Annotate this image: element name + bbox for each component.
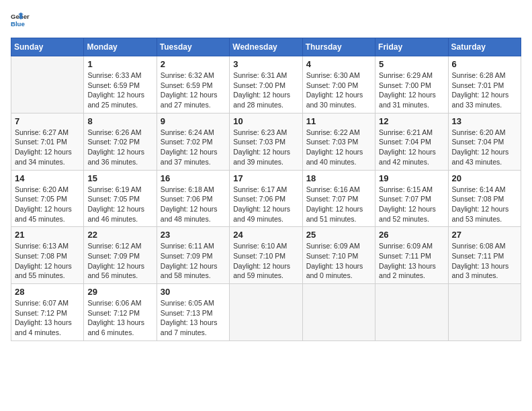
day-number: 25 (306, 230, 371, 240)
day-number: 20 (452, 173, 517, 183)
calendar-cell: 1Sunrise: 6:33 AM Sunset: 6:59 PM Daylig… (84, 56, 157, 113)
day-number: 7 (15, 116, 80, 126)
calendar-cell: 30Sunrise: 6:05 AM Sunset: 7:13 PM Dayli… (157, 284, 229, 341)
weekday-header-saturday: Saturday (448, 38, 521, 56)
day-info: Sunrise: 6:12 AM Sunset: 7:09 PM Dayligh… (87, 241, 152, 281)
calendar-cell: 7Sunrise: 6:27 AM Sunset: 7:01 PM Daylig… (11, 113, 84, 170)
day-number: 16 (161, 173, 226, 183)
day-info: Sunrise: 6:19 AM Sunset: 7:05 PM Dayligh… (87, 185, 152, 224)
day-info: Sunrise: 6:20 AM Sunset: 7:05 PM Dayligh… (15, 185, 80, 224)
day-number: 11 (306, 116, 371, 126)
day-number: 30 (161, 287, 226, 297)
day-info: Sunrise: 6:13 AM Sunset: 7:08 PM Dayligh… (15, 241, 80, 281)
calendar-cell (302, 284, 375, 341)
day-info: Sunrise: 6:32 AM Sunset: 6:59 PM Dayligh… (161, 71, 226, 110)
calendar-week-row: 1Sunrise: 6:33 AM Sunset: 6:59 PM Daylig… (11, 56, 521, 113)
day-info: Sunrise: 6:09 AM Sunset: 7:11 PM Dayligh… (379, 241, 444, 281)
calendar-cell: 19Sunrise: 6:15 AM Sunset: 7:07 PM Dayli… (375, 170, 448, 227)
day-number: 29 (87, 287, 152, 297)
day-info: Sunrise: 6:14 AM Sunset: 7:08 PM Dayligh… (452, 185, 517, 224)
day-info: Sunrise: 6:05 AM Sunset: 7:13 PM Dayligh… (161, 298, 226, 338)
day-info: Sunrise: 6:23 AM Sunset: 7:03 PM Dayligh… (233, 128, 298, 167)
day-number: 6 (452, 59, 517, 69)
calendar-cell: 9Sunrise: 6:24 AM Sunset: 7:02 PM Daylig… (157, 113, 229, 170)
weekday-header-sunday: Sunday (11, 38, 84, 56)
day-number: 8 (87, 116, 152, 126)
day-info: Sunrise: 6:20 AM Sunset: 7:04 PM Dayligh… (452, 128, 517, 167)
calendar-cell: 26Sunrise: 6:09 AM Sunset: 7:11 PM Dayli… (375, 227, 448, 284)
day-info: Sunrise: 6:29 AM Sunset: 7:00 PM Dayligh… (379, 71, 444, 110)
day-number: 3 (233, 59, 298, 69)
day-number: 5 (379, 59, 444, 69)
day-info: Sunrise: 6:21 AM Sunset: 7:04 PM Dayligh… (379, 128, 444, 167)
day-info: Sunrise: 6:17 AM Sunset: 7:06 PM Dayligh… (233, 185, 298, 224)
calendar-cell: 3Sunrise: 6:31 AM Sunset: 7:00 PM Daylig… (230, 56, 302, 113)
day-number: 28 (15, 287, 80, 297)
day-info: Sunrise: 6:08 AM Sunset: 7:11 PM Dayligh… (452, 241, 517, 281)
day-info: Sunrise: 6:30 AM Sunset: 7:00 PM Dayligh… (306, 71, 371, 110)
calendar-cell: 18Sunrise: 6:16 AM Sunset: 7:07 PM Dayli… (302, 170, 375, 227)
weekday-header-friday: Friday (375, 38, 448, 56)
day-number: 19 (379, 173, 444, 183)
day-number: 26 (379, 230, 444, 240)
day-info: Sunrise: 6:27 AM Sunset: 7:01 PM Dayligh… (15, 128, 80, 167)
day-number: 21 (15, 230, 80, 240)
calendar-cell: 16Sunrise: 6:18 AM Sunset: 7:06 PM Dayli… (157, 170, 229, 227)
calendar-cell: 27Sunrise: 6:08 AM Sunset: 7:11 PM Dayli… (448, 227, 521, 284)
day-number: 23 (161, 230, 226, 240)
calendar-week-row: 14Sunrise: 6:20 AM Sunset: 7:05 PM Dayli… (11, 170, 521, 227)
day-info: Sunrise: 6:31 AM Sunset: 7:00 PM Dayligh… (233, 71, 298, 110)
calendar-cell (375, 284, 448, 341)
day-info: Sunrise: 6:16 AM Sunset: 7:07 PM Dayligh… (306, 185, 371, 224)
calendar-cell: 25Sunrise: 6:09 AM Sunset: 7:10 PM Dayli… (302, 227, 375, 284)
calendar-cell: 14Sunrise: 6:20 AM Sunset: 7:05 PM Dayli… (11, 170, 84, 227)
calendar-cell: 29Sunrise: 6:06 AM Sunset: 7:12 PM Dayli… (84, 284, 157, 341)
day-info: Sunrise: 6:26 AM Sunset: 7:02 PM Dayligh… (87, 128, 152, 167)
calendar-cell: 2Sunrise: 6:32 AM Sunset: 6:59 PM Daylig… (157, 56, 229, 113)
calendar-cell (230, 284, 302, 341)
calendar-cell: 6Sunrise: 6:28 AM Sunset: 7:01 PM Daylig… (448, 56, 521, 113)
calendar-cell: 23Sunrise: 6:11 AM Sunset: 7:09 PM Dayli… (157, 227, 229, 284)
calendar-cell: 5Sunrise: 6:29 AM Sunset: 7:00 PM Daylig… (375, 56, 448, 113)
day-number: 18 (306, 173, 371, 183)
calendar-cell: 17Sunrise: 6:17 AM Sunset: 7:06 PM Dayli… (230, 170, 302, 227)
calendar-cell: 4Sunrise: 6:30 AM Sunset: 7:00 PM Daylig… (302, 56, 375, 113)
calendar-cell (448, 284, 521, 341)
day-info: Sunrise: 6:18 AM Sunset: 7:06 PM Dayligh… (161, 185, 226, 224)
calendar-week-row: 28Sunrise: 6:07 AM Sunset: 7:12 PM Dayli… (11, 284, 521, 341)
calendar-cell (11, 56, 84, 113)
day-info: Sunrise: 6:28 AM Sunset: 7:01 PM Dayligh… (452, 71, 517, 110)
day-number: 4 (306, 59, 371, 69)
day-number: 13 (452, 116, 517, 126)
day-info: Sunrise: 6:07 AM Sunset: 7:12 PM Dayligh… (15, 298, 80, 338)
weekday-header-tuesday: Tuesday (157, 38, 229, 56)
logo: General Blue (11, 11, 32, 30)
day-info: Sunrise: 6:24 AM Sunset: 7:02 PM Dayligh… (161, 128, 226, 167)
calendar-cell: 15Sunrise: 6:19 AM Sunset: 7:05 PM Dayli… (84, 170, 157, 227)
calendar-cell: 11Sunrise: 6:22 AM Sunset: 7:03 PM Dayli… (302, 113, 375, 170)
weekday-header-row: SundayMondayTuesdayWednesdayThursdayFrid… (11, 38, 521, 56)
svg-text:Blue: Blue (11, 20, 25, 28)
calendar-cell: 24Sunrise: 6:10 AM Sunset: 7:10 PM Dayli… (230, 227, 302, 284)
calendar-cell: 21Sunrise: 6:13 AM Sunset: 7:08 PM Dayli… (11, 227, 84, 284)
day-number: 22 (87, 230, 152, 240)
day-info: Sunrise: 6:09 AM Sunset: 7:10 PM Dayligh… (306, 241, 371, 281)
day-info: Sunrise: 6:10 AM Sunset: 7:10 PM Dayligh… (233, 241, 298, 281)
day-number: 17 (233, 173, 298, 183)
calendar-cell: 28Sunrise: 6:07 AM Sunset: 7:12 PM Dayli… (11, 284, 84, 341)
day-info: Sunrise: 6:11 AM Sunset: 7:09 PM Dayligh… (161, 241, 226, 281)
day-number: 24 (233, 230, 298, 240)
day-info: Sunrise: 6:33 AM Sunset: 6:59 PM Dayligh… (87, 71, 152, 110)
logo-icon: General Blue (11, 11, 30, 30)
calendar-cell: 22Sunrise: 6:12 AM Sunset: 7:09 PM Dayli… (84, 227, 157, 284)
calendar-week-row: 21Sunrise: 6:13 AM Sunset: 7:08 PM Dayli… (11, 227, 521, 284)
weekday-header-monday: Monday (84, 38, 157, 56)
calendar-table: SundayMondayTuesdayWednesdayThursdayFrid… (11, 38, 521, 341)
weekday-header-thursday: Thursday (302, 38, 375, 56)
page-header: General Blue (11, 11, 521, 30)
calendar-week-row: 7Sunrise: 6:27 AM Sunset: 7:01 PM Daylig… (11, 113, 521, 170)
day-info: Sunrise: 6:06 AM Sunset: 7:12 PM Dayligh… (87, 298, 152, 338)
day-number: 14 (15, 173, 80, 183)
calendar-cell: 10Sunrise: 6:23 AM Sunset: 7:03 PM Dayli… (230, 113, 302, 170)
day-number: 15 (87, 173, 152, 183)
